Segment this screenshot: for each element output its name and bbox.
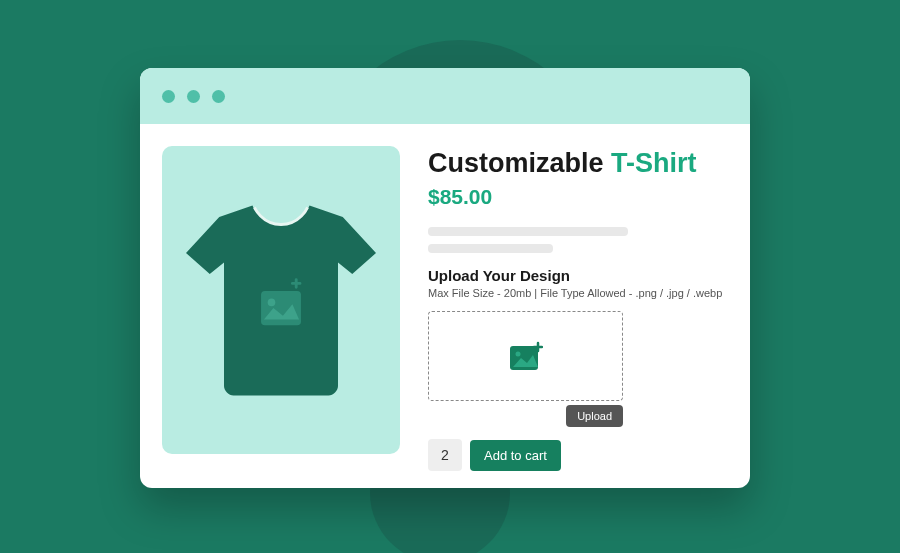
window-control-dot[interactable]	[187, 90, 200, 103]
product-price: $85.00	[428, 185, 728, 209]
tshirt-icon	[186, 196, 376, 405]
product-title: Customizable T-Shirt	[428, 148, 728, 179]
product-details: Customizable T-Shirt $85.00 Upload Your …	[428, 146, 728, 471]
svg-point-3	[515, 352, 520, 357]
product-title-text: Customizable	[428, 148, 611, 178]
image-upload-icon	[509, 341, 543, 371]
product-title-highlight: T-Shirt	[611, 148, 697, 178]
svg-point-1	[268, 298, 276, 306]
product-image-panel	[162, 146, 400, 454]
description-placeholder	[428, 244, 553, 253]
upload-hint: Max File Size - 20mb | File Type Allowed…	[428, 287, 728, 299]
upload-heading: Upload Your Design	[428, 267, 728, 284]
product-page: Customizable T-Shirt $85.00 Upload Your …	[140, 124, 750, 488]
browser-titlebar	[140, 68, 750, 124]
upload-button[interactable]: Upload	[566, 405, 623, 427]
svg-rect-0	[261, 291, 301, 325]
quantity-input[interactable]	[428, 439, 462, 471]
upload-dropzone[interactable]	[428, 311, 623, 401]
add-to-cart-button[interactable]: Add to cart	[470, 440, 561, 471]
cart-controls: Add to cart	[428, 439, 728, 471]
description-placeholder	[428, 227, 628, 236]
window-control-dot[interactable]	[162, 90, 175, 103]
window-control-dot[interactable]	[212, 90, 225, 103]
browser-window: Customizable T-Shirt $85.00 Upload Your …	[140, 68, 750, 488]
